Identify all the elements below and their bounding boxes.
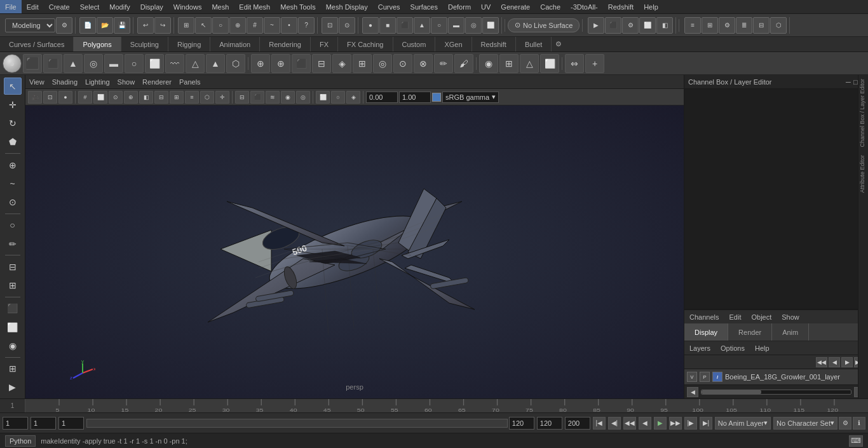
uv-editor-btn[interactable]: ⬡ [770, 17, 787, 34]
scroll-left-btn[interactable]: ◀ [687, 387, 698, 397]
tab-rigging[interactable]: Rigging [168, 37, 210, 51]
layer-nav-prev[interactable]: ◀ [829, 357, 840, 367]
transport-play[interactable]: ▶ [654, 417, 667, 430]
shelf-crease[interactable]: ✏ [434, 54, 453, 73]
vp-highlight-btn[interactable]: ○ [331, 91, 345, 104]
viewport-canvas[interactable]: 500 persp [25, 105, 684, 398]
playback-speed-field[interactable]: 200 [565, 417, 590, 430]
menu-display[interactable]: Display [135, 0, 168, 13]
shelf-mirror[interactable]: ⇔ [565, 54, 584, 73]
tab-animation[interactable]: Animation [210, 37, 260, 51]
select-hierarchy-btn[interactable]: ⊞ [178, 17, 194, 34]
viewport-menu-lighting[interactable]: Lighting [85, 78, 110, 86]
new-scene-btn[interactable]: 📄 [79, 17, 96, 34]
shelf-append[interactable]: + [585, 54, 604, 73]
vp-image-plane-btn[interactable]: ⬛ [250, 91, 264, 104]
menu-help[interactable]: Help [639, 0, 663, 13]
shelf-connect[interactable]: ⊞ [353, 54, 372, 73]
select-btn[interactable]: ↖ [195, 17, 212, 34]
scroll-handle[interactable] [702, 390, 761, 394]
shelf-sphere[interactable]: ● [3, 54, 22, 73]
create-poly-disc-btn[interactable]: ◎ [465, 17, 482, 34]
channel-menu-edit[interactable]: Edit [726, 313, 743, 321]
redo-btn[interactable]: ↪ [154, 17, 171, 34]
vp-2d-pan-btn[interactable]: ✛ [215, 91, 229, 104]
node-editor-btn[interactable]: ⊟ [753, 17, 770, 34]
vp-xray-btn[interactable]: ⊙ [109, 91, 123, 104]
vertical-label-channel-box[interactable]: Channel Box / Layer Editor [858, 75, 868, 151]
menu-mesh[interactable]: Mesh [207, 0, 234, 13]
tool-soft-modify[interactable]: ~ [4, 175, 22, 192]
range-end-field[interactable]: 120 [509, 417, 534, 430]
layer-playback-btn[interactable]: P [700, 372, 710, 382]
vp-ao-btn[interactable]: ◉ [281, 91, 295, 104]
render-settings-btn[interactable]: ⚙ [622, 17, 639, 34]
snap-grid-btn[interactable]: # [247, 17, 263, 34]
transform-constraints-btn[interactable]: ⊡ [322, 17, 338, 34]
field2[interactable]: 1 [31, 417, 56, 430]
vp-motion-blur-btn[interactable]: ≋ [266, 91, 280, 104]
vp-isolate-btn[interactable]: ⊕ [124, 91, 138, 104]
frame-start-field[interactable]: 1 [58, 417, 84, 430]
vp-uv-btn[interactable]: ⬡ [200, 91, 214, 104]
layer-color-btn[interactable]: / [712, 372, 722, 382]
tool-settings-btn[interactable]: ⚙ [719, 17, 735, 34]
menu-edit-mesh[interactable]: Edit Mesh [234, 0, 275, 13]
tool-scale[interactable]: ⬟ [4, 133, 22, 151]
layers-menu-layers[interactable]: Layers [687, 344, 713, 352]
tab-redshift[interactable]: Redshift [472, 37, 516, 51]
character-set-dropdown[interactable]: No Character Set▾ [773, 417, 837, 430]
scroll-bar[interactable] [701, 390, 851, 395]
viewport-menu-view[interactable]: View [29, 78, 44, 86]
tool-custom3[interactable]: ◉ [4, 337, 22, 354]
shelf-bridge[interactable]: ⊟ [312, 54, 331, 73]
channel-menu-show[interactable]: Show [779, 313, 802, 321]
transport-next-key[interactable]: |▶ [684, 417, 697, 430]
tab-xgen[interactable]: XGen [435, 37, 471, 51]
snap-point-btn[interactable]: • [281, 17, 297, 34]
transport-forward[interactable]: ▶▶ [669, 417, 682, 430]
shelf-subdivide[interactable]: ⊞ [499, 54, 519, 73]
tool-select[interactable]: ↖ [4, 78, 22, 95]
tab-sculpting[interactable]: Sculpting [121, 37, 168, 51]
menu-generate[interactable]: Generate [496, 0, 535, 13]
tool-lasso[interactable]: ○ [4, 217, 22, 234]
menu-create[interactable]: Create [44, 0, 75, 13]
tool-show-manipulator[interactable]: ⊙ [4, 194, 22, 211]
vp-display-quality-btn[interactable]: ⬜ [316, 91, 330, 104]
channel-menu-channels[interactable]: Channels [687, 313, 721, 321]
snap-curve-btn[interactable]: ~ [264, 17, 280, 34]
vp-hud-btn[interactable]: ⊟ [235, 91, 249, 104]
tab-bullet[interactable]: Bullet [516, 37, 552, 51]
create-poly-sphere-btn[interactable]: ● [362, 17, 379, 34]
vp-shadow-btn[interactable]: ◈ [346, 91, 360, 104]
vp-wireframe-btn[interactable]: ⬜ [93, 91, 107, 104]
layer-nav-first[interactable]: ◀◀ [816, 357, 827, 367]
tool-move[interactable]: ✛ [4, 96, 22, 113]
shelf-cone[interactable]: ▲ [64, 54, 83, 73]
tab-fx-caching[interactable]: FX Caching [338, 37, 393, 51]
vp-grid-btn[interactable]: # [78, 91, 92, 104]
layer-visibility-btn[interactable]: V [687, 372, 697, 382]
shelf-smooth[interactable]: ◉ [479, 54, 498, 73]
shelf-combine[interactable]: ⊕ [251, 54, 270, 73]
tool-custom1[interactable]: ⬛ [4, 300, 22, 317]
menu-file[interactable]: File [0, 0, 22, 13]
timeline-ruler[interactable]: 5 10 15 20 25 30 35 40 45 50 55 60 65 [25, 399, 868, 413]
vp-camera-btn[interactable]: 🎥 [28, 91, 42, 104]
anim-layer-dropdown[interactable]: No Anim Layer▾ [715, 417, 771, 430]
menu-cache[interactable]: Cache [535, 0, 566, 13]
outliner-btn[interactable]: ≣ [736, 17, 752, 34]
transport-back[interactable]: ◀◀ [623, 417, 636, 430]
color-swatch[interactable] [432, 93, 441, 102]
shelf-fill-hole[interactable]: ⊙ [393, 54, 412, 73]
render-all-btn[interactable]: ⬛ [605, 17, 621, 34]
render-region-btn[interactable]: ⬜ [639, 17, 656, 34]
tool-snap[interactable]: ⊞ [4, 277, 22, 294]
save-scene-btn[interactable]: 💾 [114, 17, 130, 34]
create-poly-torus-btn[interactable]: ○ [431, 17, 447, 34]
char-set-info[interactable]: ℹ [853, 417, 865, 430]
vp-gate-mask-btn[interactable]: ⊞ [170, 91, 184, 104]
vp-dof-btn[interactable]: ◎ [296, 91, 310, 104]
create-poly-cyl-btn[interactable]: ⬛ [397, 17, 413, 34]
